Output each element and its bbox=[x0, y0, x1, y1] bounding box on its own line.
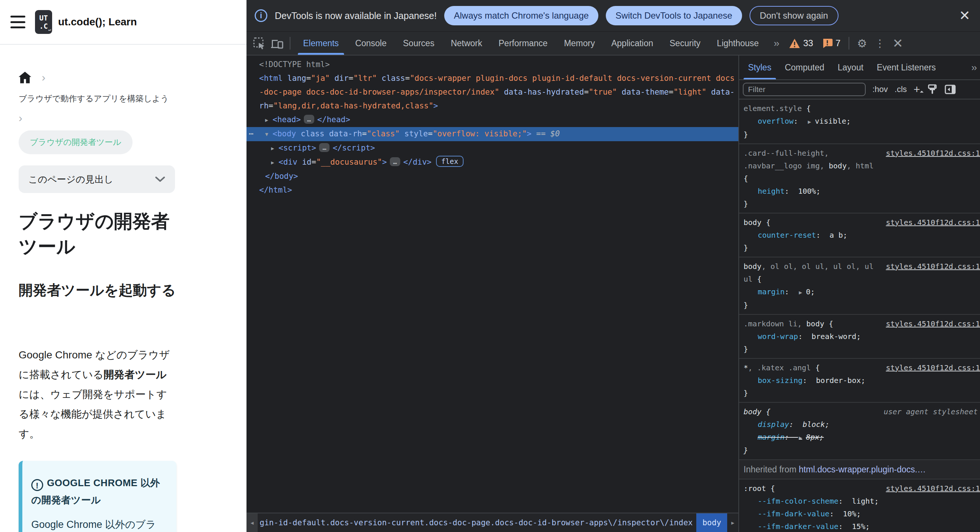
dont-show-again-button[interactable]: Don't show again bbox=[749, 6, 838, 25]
styles-filter-input[interactable] bbox=[743, 83, 866, 96]
tab-memory[interactable]: Memory bbox=[556, 32, 603, 55]
menu-icon[interactable] bbox=[10, 16, 25, 28]
expand-children-button[interactable]: … bbox=[304, 115, 314, 124]
dom-tree-node[interactable]: </html> bbox=[247, 183, 738, 197]
expand-children-button[interactable]: … bbox=[319, 143, 329, 152]
rule-selector[interactable]: body { bbox=[744, 405, 880, 418]
breadcrumb-item-current[interactable]: ブラウザの開発者ツール bbox=[19, 131, 132, 154]
expand-arrow-icon[interactable]: ▶ bbox=[271, 156, 278, 169]
css-property[interactable]: overflow: ▶visible; bbox=[744, 115, 980, 128]
code-token: = bbox=[428, 129, 433, 138]
expand-arrow-icon[interactable]: ▶ bbox=[265, 113, 272, 127]
code-token: = bbox=[306, 74, 311, 83]
code-token: <html bbox=[259, 74, 283, 83]
css-property[interactable]: --ifm-dark-value: 10%; bbox=[744, 507, 980, 520]
sidebar-tab-computed[interactable]: Computed bbox=[778, 56, 831, 80]
toggle-class-button[interactable]: .cls bbox=[895, 84, 907, 94]
device-toolbar-icon[interactable] bbox=[269, 35, 285, 51]
stylesheet-source-link[interactable]: styles.4510f12d.css:1 bbox=[886, 362, 980, 374]
css-property[interactable]: display: block; bbox=[744, 418, 980, 431]
rule-close-brace: } bbox=[744, 241, 980, 254]
stylesheet-source-link[interactable]: styles.4510f12d.css:1 bbox=[886, 147, 980, 159]
css-property[interactable]: margin: ▶8px; bbox=[744, 431, 980, 444]
dom-tree-node[interactable]: ⋯▼<body class data-rh="class" style="ove… bbox=[247, 127, 738, 141]
close-icon[interactable]: ✕ bbox=[959, 9, 970, 22]
site-logo[interactable]: UT .C ↵ bbox=[35, 10, 52, 34]
stylesheet-source-link[interactable]: styles.4510f12d.css:1 bbox=[886, 482, 980, 495]
toc-collapsible-button[interactable]: このページの見出し bbox=[19, 166, 175, 193]
property-value: light; bbox=[852, 497, 879, 505]
breadcrumb-item-parent[interactable]: ブラウザで動作するアプリを構築しよう bbox=[19, 93, 194, 104]
dom-tree-node[interactable]: </body> bbox=[247, 169, 738, 183]
sidebar-tab-layout[interactable]: Layout bbox=[831, 56, 870, 80]
warnings-counter[interactable]: 33 bbox=[789, 38, 813, 48]
stylesheet-source-link[interactable]: styles.4510f12d.css:1 bbox=[886, 317, 980, 330]
always-match-language-button[interactable]: Always match Chrome's language bbox=[444, 6, 598, 25]
dom-tree-node[interactable]: ▶<head>…</head> bbox=[247, 113, 738, 127]
intro-paragraph: Google Chrome などのブラウザに搭載されている開発者ツールには、ウェ… bbox=[19, 345, 177, 444]
stylesheet-source-link[interactable]: styles.4510f12d.css:1 bbox=[886, 260, 980, 273]
sidebar-tab-event-listeners[interactable]: Event Listeners bbox=[870, 56, 943, 80]
toggle-hover-state-button[interactable]: :hov bbox=[872, 84, 888, 94]
inspect-element-icon[interactable] bbox=[251, 35, 267, 51]
brush-icon[interactable] bbox=[927, 84, 938, 95]
toggle-panel-icon[interactable] bbox=[945, 84, 956, 95]
dom-tree-node[interactable]: ▶<div id="__docusaurus">…</div>flex bbox=[247, 155, 738, 169]
element-path[interactable]: plugin-id-default.docs-version-current.d… bbox=[259, 518, 692, 527]
more-tabs-icon[interactable]: ›› bbox=[774, 38, 779, 49]
switch-to-japanese-button[interactable]: Switch DevTools to Japanese bbox=[606, 6, 742, 25]
crumb-scroll-right-icon[interactable]: ▸ bbox=[727, 513, 738, 532]
flex-badge[interactable]: flex bbox=[436, 156, 464, 167]
code-token: class bbox=[377, 74, 405, 83]
css-property[interactable]: counter-reset: a b; bbox=[744, 229, 980, 241]
tab-performance[interactable]: Performance bbox=[490, 32, 556, 55]
settings-gear-icon[interactable]: ⚙ bbox=[854, 35, 870, 51]
expand-children-button[interactable]: … bbox=[390, 157, 400, 166]
css-property[interactable]: height: 100%; bbox=[744, 185, 980, 198]
tab-lighthouse[interactable]: Lighthouse bbox=[709, 32, 767, 55]
site-title[interactable]: ut.code(); Learn bbox=[58, 16, 137, 28]
tab-network[interactable]: Network bbox=[443, 32, 490, 55]
tab-security[interactable]: Security bbox=[661, 32, 709, 55]
node-menu-dots-icon[interactable]: ⋯ bbox=[249, 127, 254, 141]
devtools-panel: i DevTools is now available in Japanese!… bbox=[247, 0, 980, 532]
close-devtools-icon[interactable]: ✕ bbox=[889, 35, 906, 51]
stylesheet-source-link[interactable]: styles.4510f12d.css:1 bbox=[886, 216, 980, 229]
expand-arrow-icon[interactable]: ▶ bbox=[271, 142, 278, 155]
new-style-rule-button[interactable]: + bbox=[914, 86, 920, 93]
css-property[interactable]: box-sizing: border-box; bbox=[744, 374, 980, 387]
sidebar-tab-styles[interactable]: Styles bbox=[741, 56, 778, 80]
css-property[interactable]: word-wrap: break-word; bbox=[744, 330, 980, 343]
css-property[interactable]: --ifm-darker-value: 15%; bbox=[744, 520, 980, 532]
dom-tree-node[interactable]: <!DOCTYPE html> bbox=[247, 58, 738, 72]
css-rule: .card--full-height, .navbar__logo img, b… bbox=[739, 144, 980, 213]
issues-counter[interactable]: 7 bbox=[822, 38, 840, 48]
tab-sources[interactable]: Sources bbox=[395, 32, 442, 55]
expand-shorthand-icon[interactable]: ▶ bbox=[808, 118, 811, 125]
rule-selector[interactable]: element.style { bbox=[744, 102, 980, 115]
selected-element-crumb[interactable]: body bbox=[696, 513, 727, 532]
more-sidebar-tabs-icon[interactable]: ›› bbox=[971, 62, 980, 73]
home-icon[interactable] bbox=[19, 72, 31, 83]
rule-selector[interactable]: body, ol ol, ol ul, ul ol, ul ul { bbox=[744, 260, 882, 285]
css-property[interactable]: --ifm-color-scheme: light; bbox=[744, 495, 980, 507]
tab-elements[interactable]: Elements bbox=[295, 32, 347, 55]
crumb-scroll-left-icon[interactable]: ◂ bbox=[247, 513, 258, 532]
rule-selector[interactable]: :root { bbox=[744, 482, 882, 495]
kebab-menu-icon[interactable]: ⋮ bbox=[872, 35, 888, 51]
inherited-element-link[interactable]: html.docs-wrapper.plugin-docs.… bbox=[799, 465, 926, 474]
selector-token: body bbox=[744, 218, 761, 227]
rule-selector[interactable]: .markdown li, body { bbox=[744, 317, 882, 330]
code-token: id bbox=[298, 158, 312, 167]
rule-selector[interactable]: .card--full-height, .navbar__logo img, b… bbox=[744, 147, 882, 185]
collapse-arrow-icon[interactable]: ▼ bbox=[265, 127, 272, 141]
tab-console[interactable]: Console bbox=[347, 32, 395, 55]
expand-shorthand-icon[interactable]: ▶ bbox=[799, 289, 802, 296]
expand-shorthand-icon[interactable]: ▶ bbox=[799, 435, 802, 441]
rule-selector[interactable]: body { bbox=[744, 216, 882, 229]
dom-tree-node[interactable]: <html lang="ja" dir="ltr" class="docs-wr… bbox=[247, 72, 738, 113]
rule-selector[interactable]: *, .katex .angl { bbox=[744, 362, 882, 374]
dom-tree-node[interactable]: ▶<script>…</script> bbox=[247, 141, 738, 155]
css-property[interactable]: margin: ▶0; bbox=[744, 285, 980, 299]
tab-application[interactable]: Application bbox=[603, 32, 662, 55]
